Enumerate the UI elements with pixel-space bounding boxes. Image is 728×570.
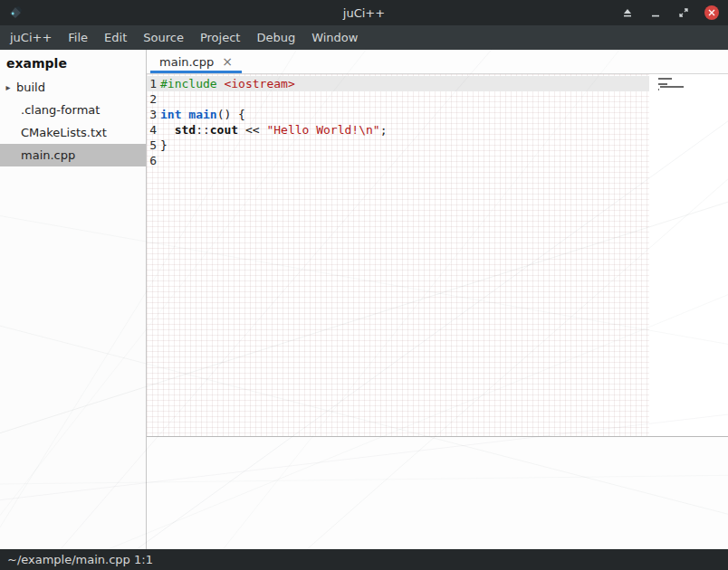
tree-item-clang-format[interactable]: .clang-format	[0, 99, 146, 121]
menu-bar: juCi++ File Edit Source Project Debug Wi…	[0, 25, 728, 50]
line-number: 6	[147, 153, 157, 168]
menu-item-debug[interactable]: Debug	[248, 25, 303, 50]
minimize-button[interactable]	[648, 5, 663, 20]
tree-item-label: CMakeLists.txt	[21, 126, 107, 139]
app-window: juCi++	[0, 0, 728, 570]
menu-item-edit[interactable]: Edit	[96, 25, 135, 50]
code-line[interactable]: 5}	[147, 138, 649, 153]
code-text: int main() {	[157, 107, 245, 122]
juci-logo-icon	[7, 5, 24, 21]
chevron-right-icon[interactable]: ▸	[0, 82, 16, 92]
tree-item-build[interactable]: ▸ build	[0, 76, 146, 99]
status-file-position: ~/example/main.cpp 1:1	[7, 553, 153, 566]
code-token: main	[188, 108, 216, 121]
line-number: 2	[147, 91, 157, 107]
code-token	[160, 123, 175, 137]
minimize-icon	[650, 7, 661, 18]
status-bar: ~/example/main.cpp 1:1	[0, 549, 728, 570]
tree-item-label: .clang-format	[21, 103, 100, 117]
code-token: <<	[238, 123, 266, 137]
code-token: <iostream>	[224, 77, 294, 90]
code-editor[interactable]: 1#include <iostream>23int main() {4 std:…	[147, 74, 728, 437]
code-token: #include	[160, 77, 217, 90]
minimap-line-mark	[658, 89, 659, 90]
code-line[interactable]: 4 std::cout << "Hello World!\n";	[147, 122, 649, 138]
code-line[interactable]: 6	[147, 153, 649, 168]
terminal-panel[interactable]	[147, 437, 728, 549]
title-bar[interactable]: juCi++	[0, 0, 728, 25]
menu-item-source[interactable]: Source	[135, 25, 192, 50]
code-token: std	[175, 123, 196, 137]
code-text	[157, 153, 160, 168]
code-line[interactable]: 2	[147, 91, 649, 107]
tree-item-label: build	[16, 81, 45, 94]
line-number: 5	[147, 138, 157, 153]
minimap[interactable]	[649, 74, 728, 436]
project-root[interactable]: example	[0, 50, 146, 76]
file-tree-panel: example ▸ build .clang-format CMakeLists…	[0, 50, 147, 549]
line-number: 1	[147, 76, 157, 91]
minimap-line-mark	[660, 86, 684, 88]
code-token: () {	[217, 108, 245, 121]
maximize-icon	[678, 7, 689, 18]
close-button[interactable]	[704, 5, 719, 20]
editor-column: main.cpp × 1#include <iostream>23int mai…	[147, 50, 728, 549]
code-token: ;	[380, 123, 388, 137]
code-token: cout	[210, 123, 238, 137]
code-line[interactable]: 3int main() {	[147, 107, 649, 122]
menu-item-juci[interactable]: juCi++	[2, 25, 60, 50]
tab-bar: main.cpp ×	[147, 50, 728, 74]
keep-above-button[interactable]	[620, 5, 635, 20]
code-text	[157, 91, 160, 107]
code-text: #include <iostream>	[157, 76, 295, 91]
minimap-line-mark	[658, 78, 672, 80]
code-token: "Hello World!\n"	[266, 123, 379, 137]
line-number: 4	[147, 122, 157, 138]
code-text: std::cout << "Hello World!\n";	[157, 122, 387, 138]
code-token: int	[160, 108, 181, 121]
tab-label: main.cpp	[159, 55, 214, 69]
content-area: example ▸ build .clang-format CMakeLists…	[0, 50, 728, 549]
menu-item-project[interactable]: Project	[192, 25, 248, 50]
window-controls	[620, 0, 719, 25]
code-text: }	[157, 138, 168, 153]
eject-icon	[622, 7, 633, 18]
line-number: 3	[147, 107, 157, 122]
app-icon	[7, 5, 24, 21]
close-icon	[708, 9, 715, 16]
code-line[interactable]: 1#include <iostream>	[147, 76, 649, 91]
maximize-button[interactable]	[676, 5, 691, 20]
code-token: }	[160, 138, 168, 152]
tree-item-main-cpp[interactable]: main.cpp	[0, 144, 146, 166]
code-token: ::	[196, 123, 210, 137]
minimap-line-mark	[658, 83, 667, 85]
tree-item-label: main.cpp	[21, 148, 75, 162]
tab-close-icon[interactable]: ×	[222, 55, 233, 68]
menu-item-file[interactable]: File	[60, 25, 96, 50]
tree-item-cmakelists[interactable]: CMakeLists.txt	[0, 121, 146, 144]
menu-item-window[interactable]: Window	[303, 25, 366, 50]
tab-main-cpp[interactable]: main.cpp ×	[150, 50, 242, 73]
code-surface[interactable]: 1#include <iostream>23int main() {4 std:…	[147, 74, 649, 436]
window-title: juCi++	[0, 6, 728, 20]
